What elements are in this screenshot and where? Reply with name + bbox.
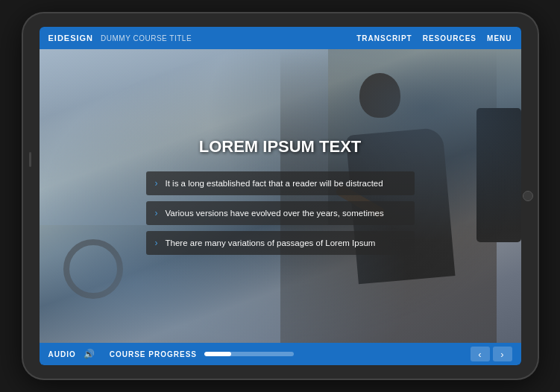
list-item[interactable]: › It is a long established fact that a r… [146,171,415,195]
next-button[interactable]: › [493,347,512,361]
home-button[interactable] [523,191,533,201]
progress-bar-fill [204,352,231,356]
resources-link[interactable]: RESOURCES [423,34,476,42]
bullet-text-3: There are many variations of passages of… [166,237,376,249]
audio-label: AUDIO [48,350,76,358]
audio-icon[interactable]: 🔊 [84,349,95,359]
volume-button[interactable] [29,152,31,167]
menu-link[interactable]: MENU [487,34,512,42]
tablet-frame: EIDESIGN DUMMY COURSE TITLE TRANSCRIPT R… [23,13,538,379]
bullet-text-2: Various versions have evolved over the y… [166,207,384,219]
prev-button[interactable]: ‹ [471,347,490,361]
main-content: LOREM IPSUM TEXT › It is a long establis… [40,49,521,343]
course-title: DUMMY COURSE TITLE [101,34,192,42]
content-overlay: LOREM IPSUM TEXT › It is a long establis… [40,49,521,343]
brand-label: EIDESIGN [48,34,94,42]
nav-arrows: ‹ › [471,347,512,361]
progress-label: COURSE PROGRESS [110,350,197,358]
chevron-icon-1: › [155,178,158,189]
list-item[interactable]: › Various versions have evolved over the… [146,201,415,225]
bullet-text-1: It is a long established fact that a rea… [166,177,383,189]
tablet-screen: EIDESIGN DUMMY COURSE TITLE TRANSCRIPT R… [40,27,521,365]
chevron-icon-3: › [155,238,158,248]
transcript-link[interactable]: TRANSCRIPT [356,34,412,42]
bottom-bar: AUDIO 🔊 COURSE PROGRESS ‹ › [40,343,521,365]
nav-right: TRANSCRIPT RESOURCES MENU [356,34,512,42]
nav-bar: EIDESIGN DUMMY COURSE TITLE TRANSCRIPT R… [40,27,521,49]
list-item[interactable]: › There are many variations of passages … [146,231,415,255]
chevron-icon-2: › [155,208,158,218]
bullet-list: › It is a long established fact that a r… [146,171,415,255]
nav-left: EIDESIGN DUMMY COURSE TITLE [48,34,192,42]
progress-bar-container [204,352,294,356]
main-title: LOREM IPSUM TEXT [69,137,491,157]
